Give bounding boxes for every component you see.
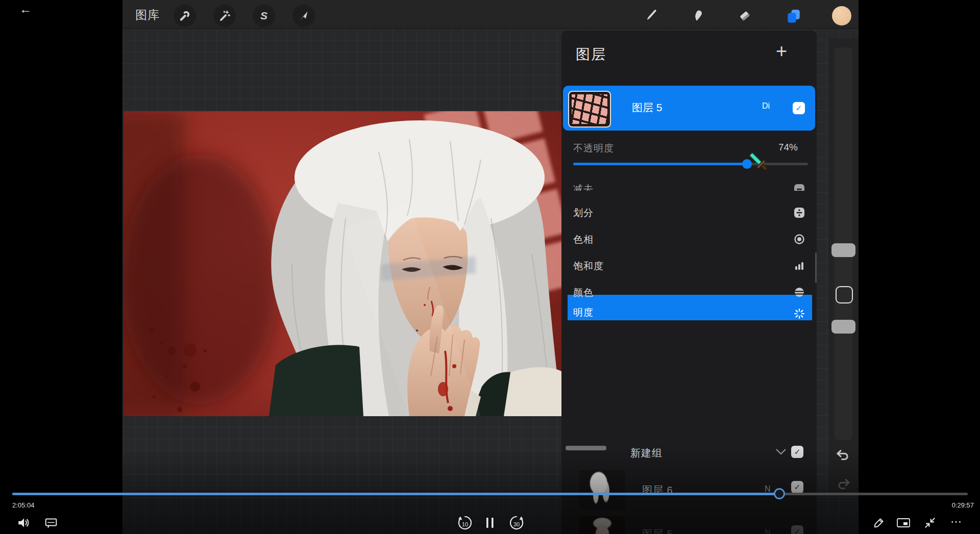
layer-visibility-checkbox[interactable] <box>793 102 805 114</box>
active-color-circle <box>832 6 851 26</box>
layer-name: 图层 5 <box>632 100 663 115</box>
transform-arrow-icon[interactable] <box>292 5 315 27</box>
blend-mode-badge[interactable]: Di <box>762 101 770 111</box>
eraser-icon[interactable] <box>733 5 756 27</box>
layer5b-thumbnail <box>579 516 625 534</box>
layers-panel: 图层 + 图层 5 Di 不透明度 74% 减去 划分 <box>561 31 817 534</box>
brush-icon[interactable] <box>640 5 662 27</box>
elapsed-time: 2:05:04 <box>12 501 34 509</box>
back-arrow-icon[interactable]: ← <box>19 2 32 16</box>
layer-row-selected[interactable]: 图层 5 Di <box>563 86 815 131</box>
forward-30-label: 30 <box>513 521 520 527</box>
layer-visibility-checkbox[interactable] <box>791 481 803 493</box>
brush-size-slider-handle[interactable] <box>831 243 855 257</box>
progress-bar-handle[interactable] <box>774 488 785 499</box>
blend-mode-row-hue[interactable]: 色相 <box>561 226 817 252</box>
procreate-toolbar: 图库 S <box>122 0 859 29</box>
group-visibility-checkbox[interactable] <box>791 446 803 458</box>
smudge-icon[interactable] <box>687 5 709 27</box>
more-options-icon[interactable]: ⋯ <box>946 514 967 529</box>
chevron-down-icon[interactable] <box>775 448 787 456</box>
canvas-artwork[interactable] <box>124 111 561 416</box>
rewind-10-icon[interactable]: 10 <box>456 514 474 531</box>
layers-panel-title: 图层 <box>576 45 606 64</box>
sword-cursor <box>746 149 773 176</box>
magic-wand-icon[interactable] <box>213 5 236 27</box>
layer-row[interactable]: 图层 5 N <box>561 510 817 534</box>
opacity-slider[interactable] <box>573 163 808 165</box>
blend-mode-row-divide[interactable]: 划分 <box>561 199 817 226</box>
add-layer-button[interactable]: + <box>776 41 787 61</box>
blend-mode-row-saturation[interactable]: 饱和度 <box>561 252 817 279</box>
color-swatch[interactable] <box>830 5 853 27</box>
progress-bar-remaining[interactable] <box>779 493 968 495</box>
modify-button[interactable] <box>836 286 853 303</box>
undo-icon[interactable] <box>836 449 851 462</box>
opacity-label: 不透明度 <box>573 142 614 155</box>
gallery-button[interactable]: 图库 <box>135 7 160 23</box>
wrench-icon[interactable] <box>174 5 196 27</box>
pause-icon[interactable] <box>482 515 498 530</box>
layer6-thumbnail <box>579 470 625 510</box>
annotate-pencil-icon[interactable] <box>871 515 887 530</box>
saturation-icon <box>794 260 805 271</box>
pip-icon[interactable] <box>895 516 912 529</box>
layer-row[interactable]: 图层 6 N <box>561 462 817 510</box>
group-thumbnail-bar <box>566 446 606 450</box>
luminosity-icon <box>794 308 805 319</box>
forward-30-icon[interactable]: 30 <box>507 514 526 531</box>
group-name: 新建组 <box>630 446 663 460</box>
progress-bar-fill[interactable] <box>12 493 779 495</box>
subtitle-icon[interactable] <box>43 516 59 530</box>
blend-mode-row-luminosity[interactable]: 明度 <box>568 295 812 320</box>
redo-icon[interactable] <box>836 478 851 491</box>
volume-icon[interactable] <box>15 516 32 530</box>
hue-icon <box>794 234 805 245</box>
blend-mode-row-partial[interactable]: 减去 <box>561 179 817 191</box>
brush-sidebar <box>828 38 859 492</box>
remaining-time: 0:29:57 <box>923 501 974 509</box>
opacity-slider-fill <box>573 163 747 165</box>
layers-icon[interactable] <box>782 5 804 27</box>
rewind-10-label: 10 <box>462 521 468 527</box>
layer-visibility-checkbox[interactable] <box>791 525 803 534</box>
video-player-stage: 图库 S <box>0 0 980 534</box>
panel-scrollbar[interactable] <box>815 252 817 283</box>
layer5-thumbnail <box>568 91 611 128</box>
brush-opacity-slider-handle[interactable] <box>831 320 855 334</box>
collapse-icon[interactable] <box>922 515 938 530</box>
divide-icon <box>794 207 805 218</box>
selection-s-icon[interactable]: S <box>253 5 275 27</box>
subtract-icon <box>794 184 805 191</box>
